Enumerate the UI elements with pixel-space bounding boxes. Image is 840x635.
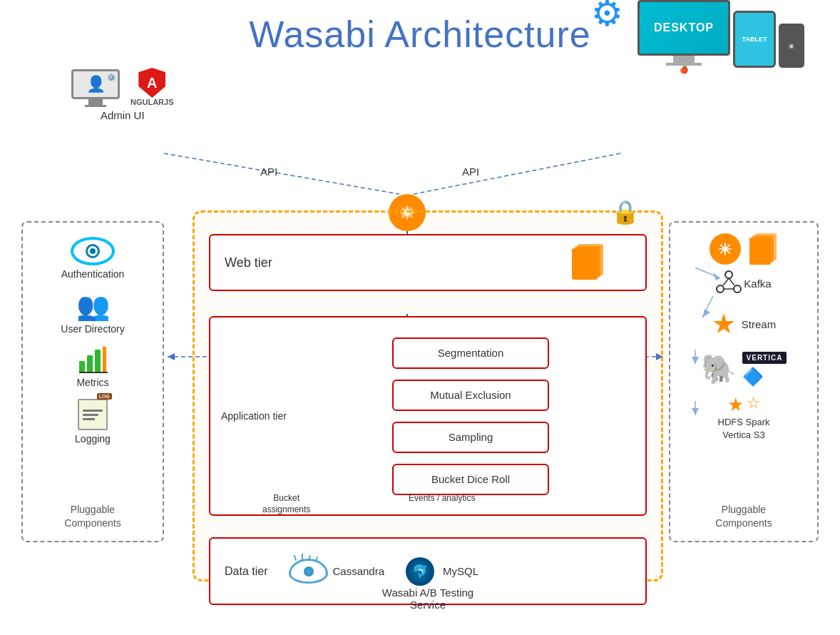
- devices-area: ⚙ DESKTOP 🍎 TABLET ▣: [637, 0, 804, 68]
- right-router-icon: [710, 233, 741, 265]
- azure-icon: 🔷: [742, 367, 787, 387]
- service-text: Wasabi A/B TestingService: [382, 586, 473, 611]
- monitor-screen: 👤 ⚙️: [71, 69, 120, 99]
- bucket-text: Bucketassignments: [262, 493, 310, 514]
- api-right-label: API: [462, 166, 479, 178]
- metrics-chart-svg: [78, 345, 108, 374]
- logging-icon: LOG: [78, 399, 108, 430]
- spark-stars-row: ★ ☆: [727, 394, 761, 416]
- devices-container: DESKTOP 🍎 TABLET ▣: [637, 0, 804, 68]
- desktop-stand: [673, 56, 695, 63]
- algo-boxes: Segmentation Mutual Exclusion Sampling B…: [310, 332, 631, 500]
- ngularjs-label: NGULARJS: [130, 98, 174, 106]
- kafka-svg: [716, 270, 742, 296]
- bucket-dice-roll-box: Bucket Dice Roll: [392, 464, 549, 495]
- right-pluggable-label: PluggableComponents: [715, 503, 772, 531]
- lock-icon: 🔒: [611, 198, 640, 225]
- logging-item: LOG Logging: [75, 399, 111, 444]
- kafka-label: Kafka: [744, 278, 771, 290]
- admin-ui-icons: 👤 ⚙️ A NGULARJS: [71, 68, 174, 106]
- hdfs-item: 🐘 VERTICA 🔷 ★ ☆ HDFS SparkVertica S3: [701, 352, 787, 442]
- left-components-panel: Authentication 👥 User Directory Metrics: [21, 221, 164, 542]
- svg-line-1: [414, 153, 620, 194]
- left-pluggable-label: PluggableComponents: [64, 503, 121, 531]
- left-pluggable-text: PluggableComponents: [64, 504, 121, 529]
- mutual-exclusion-box: Mutual Exclusion: [392, 380, 549, 411]
- hadoop-icon: 🐘: [701, 352, 737, 386]
- stream-row: ★ Stream: [712, 310, 776, 337]
- log-badge: LOG: [97, 393, 112, 400]
- admin-ui-label: Admin UI: [101, 109, 145, 121]
- monitor-base: [85, 105, 106, 107]
- svg-point-39: [725, 271, 732, 278]
- metrics-icon: [78, 345, 108, 377]
- hdfs-spark-label: HDFS SparkVertica S3: [718, 416, 770, 442]
- right-router-row: [710, 233, 778, 265]
- svg-point-41: [734, 285, 741, 293]
- desktop-monitor: DESKTOP 🍎: [637, 0, 730, 68]
- desktop-screen: DESKTOP: [637, 0, 730, 56]
- sampling-box: Sampling: [392, 422, 549, 453]
- svg-rect-32: [87, 355, 93, 372]
- bucket-assign-label: Bucketassignments: [262, 493, 310, 515]
- logging-label: Logging: [75, 433, 111, 444]
- svg-rect-33: [95, 350, 101, 372]
- gear-icon: ⚙: [591, 0, 623, 34]
- auth-icon: [71, 237, 115, 265]
- right-pluggable-text: PluggableComponents: [715, 504, 772, 529]
- user-dir-icon: 👥: [76, 290, 110, 322]
- app-tier-box: Application tier Segmentation Mutual Exc…: [209, 316, 647, 516]
- svg-rect-34: [103, 347, 106, 372]
- user-dir-label: User Directory: [61, 323, 124, 335]
- right-pages-stack: [749, 233, 778, 265]
- admin-ui-area: 👤 ⚙️ A NGULARJS Admin UI: [71, 68, 174, 121]
- authentication-item: Authentication: [61, 237, 125, 280]
- svg-point-40: [717, 285, 724, 293]
- vertica-azure: VERTICA 🔷: [742, 352, 787, 387]
- service-label: Wasabi A/B TestingService: [382, 586, 473, 611]
- phone-screen: ▣: [789, 43, 794, 49]
- phone-device: ▣: [779, 24, 804, 68]
- web-tier-box: Web tier: [209, 234, 647, 291]
- metrics-item: Metrics: [76, 345, 108, 388]
- metrics-label: Metrics: [76, 377, 108, 388]
- events-analytics-label: Events / analytics: [409, 493, 475, 504]
- kafka-row: Kafka: [716, 270, 771, 296]
- apple-logo: 🍎: [637, 66, 730, 73]
- svg-line-42: [723, 278, 729, 285]
- mysql-icon: 🐬: [406, 557, 434, 586]
- main-arch-box: 🔒 Web tier Application tier Segmentation…: [193, 210, 663, 581]
- kafka-item: Kafka: [716, 270, 771, 302]
- spark-star-outline: ☆: [747, 394, 761, 416]
- svg-rect-31: [79, 361, 85, 372]
- mysql-section: 🐬 MySQL: [406, 557, 478, 586]
- svg-marker-18: [168, 353, 175, 360]
- monitor-stand: [88, 99, 103, 105]
- monitor-icon: 👤 ⚙️: [71, 69, 120, 106]
- api-left-label: API: [260, 166, 277, 178]
- mysql-label: MySQL: [443, 565, 478, 577]
- stream-star-icon: ★: [712, 310, 736, 337]
- cassandra-section: Cassandra: [289, 559, 384, 584]
- right-router-svg: [716, 240, 734, 258]
- tablet-device: TABLET: [733, 11, 776, 68]
- svg-line-43: [729, 278, 734, 285]
- segmentation-box: Segmentation: [392, 337, 549, 369]
- svg-line-0: [164, 153, 399, 194]
- auth-label: Authentication: [61, 268, 125, 280]
- svg-point-38: [723, 247, 728, 252]
- spark-star-filled: ★: [727, 394, 744, 416]
- web-tier-label: Web tier: [225, 255, 272, 270]
- app-tier-label: Application tier: [221, 410, 287, 422]
- desktop-label: DESKTOP: [654, 21, 714, 34]
- vertica-icon: VERTICA: [742, 352, 787, 364]
- events-text: Events / analytics: [409, 493, 475, 503]
- pages-stack: [572, 244, 606, 281]
- stream-label: Stream: [742, 318, 776, 330]
- cassandra-label: Cassandra: [332, 565, 384, 577]
- kafka-icon: Kafka: [716, 270, 771, 296]
- tablet-label: TABLET: [742, 36, 767, 43]
- hdfs-icons-row: 🐘 VERTICA 🔷: [701, 352, 787, 387]
- user-directory-item: 👥 User Directory: [61, 290, 124, 335]
- data-tier-label: Data tier: [225, 565, 267, 578]
